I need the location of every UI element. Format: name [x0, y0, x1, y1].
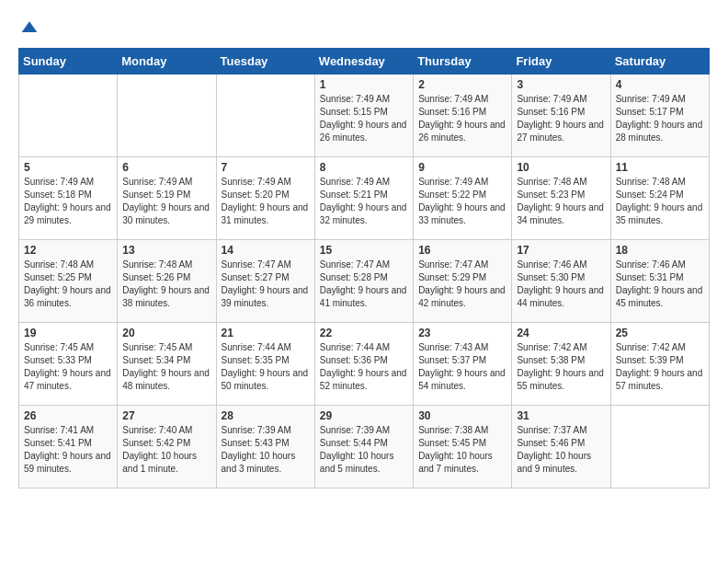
day-cell: 31Sunrise: 7:37 AMSunset: 5:46 PMDayligh… [512, 406, 610, 488]
header-row: SundayMondayTuesdayWednesdayThursdayFrid… [19, 49, 710, 75]
logo-icon [20, 18, 39, 37]
calendar-header: SundayMondayTuesdayWednesdayThursdayFrid… [19, 49, 710, 75]
day-number: 2 [418, 78, 506, 91]
day-cell: 13Sunrise: 7:48 AMSunset: 5:26 PMDayligh… [118, 240, 216, 323]
day-number: 26 [24, 409, 112, 422]
logo [18, 18, 39, 33]
day-info: Sunrise: 7:48 AMSunset: 5:25 PMDaylight:… [24, 259, 112, 310]
day-number: 7 [222, 161, 310, 174]
day-info: Sunrise: 7:40 AMSunset: 5:42 PMDaylight:… [122, 424, 210, 476]
day-cell: 8Sunrise: 7:49 AMSunset: 5:21 PMDaylight… [314, 157, 413, 240]
day-info: Sunrise: 7:46 AMSunset: 5:31 PMDaylight:… [616, 259, 704, 310]
day-info: Sunrise: 7:49 AMSunset: 5:22 PMDaylight:… [418, 176, 506, 227]
day-number: 31 [517, 409, 605, 422]
day-number: 8 [320, 161, 408, 174]
day-number: 30 [418, 409, 506, 422]
day-cell: 28Sunrise: 7:39 AMSunset: 5:43 PMDayligh… [216, 406, 314, 488]
day-info: Sunrise: 7:42 AMSunset: 5:39 PMDaylight:… [616, 341, 704, 393]
day-cell: 19Sunrise: 7:45 AMSunset: 5:33 PMDayligh… [19, 323, 118, 406]
day-cell [610, 406, 709, 488]
day-cell [118, 75, 216, 157]
day-info: Sunrise: 7:42 AMSunset: 5:38 PMDaylight:… [517, 341, 605, 393]
day-number: 15 [320, 244, 408, 257]
day-cell: 16Sunrise: 7:47 AMSunset: 5:29 PMDayligh… [414, 240, 512, 323]
day-cell: 4Sunrise: 7:49 AMSunset: 5:17 PMDaylight… [610, 75, 709, 157]
day-info: Sunrise: 7:49 AMSunset: 5:19 PMDaylight:… [122, 176, 210, 227]
day-cell [216, 75, 314, 157]
day-cell: 24Sunrise: 7:42 AMSunset: 5:38 PMDayligh… [512, 323, 610, 406]
day-cell: 20Sunrise: 7:45 AMSunset: 5:34 PMDayligh… [118, 323, 216, 406]
day-cell: 7Sunrise: 7:49 AMSunset: 5:20 PMDaylight… [216, 157, 314, 240]
day-info: Sunrise: 7:48 AMSunset: 5:26 PMDaylight:… [122, 259, 210, 310]
day-cell [19, 75, 118, 157]
day-info: Sunrise: 7:49 AMSunset: 5:18 PMDaylight:… [24, 176, 112, 227]
day-number: 11 [616, 161, 704, 174]
day-cell: 14Sunrise: 7:47 AMSunset: 5:27 PMDayligh… [216, 240, 314, 323]
day-cell: 11Sunrise: 7:48 AMSunset: 5:24 PMDayligh… [610, 157, 709, 240]
day-number: 21 [222, 327, 310, 339]
day-info: Sunrise: 7:43 AMSunset: 5:37 PMDaylight:… [418, 341, 506, 393]
day-number: 20 [122, 327, 210, 339]
day-cell: 18Sunrise: 7:46 AMSunset: 5:31 PMDayligh… [610, 240, 709, 323]
day-cell: 10Sunrise: 7:48 AMSunset: 5:23 PMDayligh… [512, 157, 610, 240]
day-cell: 5Sunrise: 7:49 AMSunset: 5:18 PMDaylight… [19, 157, 118, 240]
page-header [18, 18, 710, 33]
week-row-1: 1Sunrise: 7:49 AMSunset: 5:15 PMDaylight… [19, 75, 710, 157]
day-number: 13 [122, 244, 210, 257]
day-info: Sunrise: 7:44 AMSunset: 5:36 PMDaylight:… [320, 341, 408, 393]
day-number: 18 [616, 244, 704, 257]
day-cell: 17Sunrise: 7:46 AMSunset: 5:30 PMDayligh… [512, 240, 610, 323]
day-info: Sunrise: 7:49 AMSunset: 5:21 PMDaylight:… [320, 176, 408, 227]
day-cell: 12Sunrise: 7:48 AMSunset: 5:25 PMDayligh… [19, 240, 118, 323]
day-cell: 2Sunrise: 7:49 AMSunset: 5:16 PMDaylight… [414, 75, 512, 157]
day-info: Sunrise: 7:48 AMSunset: 5:23 PMDaylight:… [517, 176, 605, 227]
svg-marker-0 [22, 21, 38, 32]
day-info: Sunrise: 7:49 AMSunset: 5:16 PMDaylight:… [418, 93, 506, 144]
day-info: Sunrise: 7:39 AMSunset: 5:43 PMDaylight:… [222, 424, 310, 476]
week-row-4: 19Sunrise: 7:45 AMSunset: 5:33 PMDayligh… [19, 323, 710, 406]
day-info: Sunrise: 7:49 AMSunset: 5:15 PMDaylight:… [320, 93, 408, 144]
day-number: 25 [616, 327, 704, 339]
day-number: 23 [418, 327, 506, 339]
header-cell-monday: Monday [118, 49, 216, 75]
day-number: 9 [418, 161, 506, 174]
day-cell: 26Sunrise: 7:41 AMSunset: 5:41 PMDayligh… [19, 406, 118, 488]
day-number: 12 [24, 244, 112, 257]
day-info: Sunrise: 7:48 AMSunset: 5:24 PMDaylight:… [616, 176, 704, 227]
day-number: 14 [222, 244, 310, 257]
calendar-table: SundayMondayTuesdayWednesdayThursdayFrid… [18, 48, 710, 488]
day-number: 24 [517, 327, 605, 339]
day-cell: 25Sunrise: 7:42 AMSunset: 5:39 PMDayligh… [610, 323, 709, 406]
day-cell: 22Sunrise: 7:44 AMSunset: 5:36 PMDayligh… [314, 323, 413, 406]
day-cell: 1Sunrise: 7:49 AMSunset: 5:15 PMDaylight… [314, 75, 413, 157]
day-info: Sunrise: 7:45 AMSunset: 5:33 PMDaylight:… [24, 341, 112, 393]
day-info: Sunrise: 7:47 AMSunset: 5:29 PMDaylight:… [418, 259, 506, 310]
day-number: 3 [517, 78, 605, 91]
day-number: 19 [24, 327, 112, 339]
week-row-2: 5Sunrise: 7:49 AMSunset: 5:18 PMDaylight… [19, 157, 710, 240]
header-cell-tuesday: Tuesday [216, 49, 314, 75]
day-number: 6 [122, 161, 210, 174]
day-cell: 15Sunrise: 7:47 AMSunset: 5:28 PMDayligh… [314, 240, 413, 323]
day-info: Sunrise: 7:45 AMSunset: 5:34 PMDaylight:… [122, 341, 210, 393]
day-cell: 23Sunrise: 7:43 AMSunset: 5:37 PMDayligh… [414, 323, 512, 406]
header-cell-sunday: Sunday [19, 49, 118, 75]
day-cell: 6Sunrise: 7:49 AMSunset: 5:19 PMDaylight… [118, 157, 216, 240]
day-number: 27 [122, 409, 210, 422]
day-number: 1 [320, 78, 408, 91]
day-info: Sunrise: 7:49 AMSunset: 5:20 PMDaylight:… [222, 176, 310, 227]
day-number: 10 [517, 161, 605, 174]
day-info: Sunrise: 7:39 AMSunset: 5:44 PMDaylight:… [320, 424, 408, 476]
day-number: 17 [517, 244, 605, 257]
day-cell: 3Sunrise: 7:49 AMSunset: 5:16 PMDaylight… [512, 75, 610, 157]
day-info: Sunrise: 7:47 AMSunset: 5:27 PMDaylight:… [222, 259, 310, 310]
header-cell-saturday: Saturday [610, 49, 709, 75]
day-number: 16 [418, 244, 506, 257]
header-cell-wednesday: Wednesday [314, 49, 413, 75]
calendar-body: 1Sunrise: 7:49 AMSunset: 5:15 PMDaylight… [19, 75, 710, 488]
day-number: 28 [222, 409, 310, 422]
day-info: Sunrise: 7:37 AMSunset: 5:46 PMDaylight:… [517, 424, 605, 476]
week-row-5: 26Sunrise: 7:41 AMSunset: 5:41 PMDayligh… [19, 406, 710, 488]
day-info: Sunrise: 7:46 AMSunset: 5:30 PMDaylight:… [517, 259, 605, 310]
day-number: 29 [320, 409, 408, 422]
